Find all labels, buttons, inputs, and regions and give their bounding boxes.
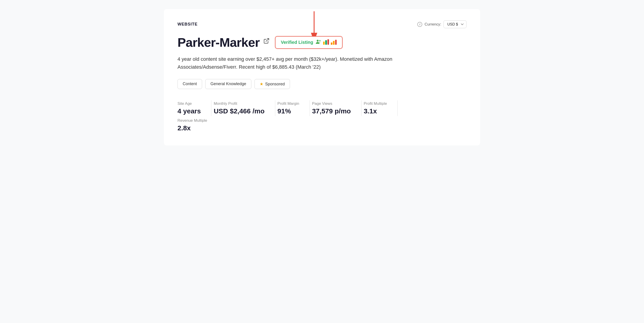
revenue-section: Revenue Multiple 2.8x xyxy=(178,118,466,132)
svg-rect-9 xyxy=(333,41,335,45)
tag-sponsored[interactable]: ★ Sponsored xyxy=(254,79,290,89)
metric-revenue-multiple: Revenue Multiple 2.8x xyxy=(178,118,466,132)
info-icon[interactable]: i xyxy=(417,22,422,27)
metric-site-age: Site Age 4 years xyxy=(178,102,209,115)
site-title: Parker-Marker xyxy=(178,35,260,50)
metric-page-views-value: 37,579 p/mo xyxy=(312,107,351,115)
tag-general-knowledge[interactable]: General Knowledge xyxy=(205,79,251,89)
analytics-icon xyxy=(323,39,329,46)
svg-rect-8 xyxy=(331,42,332,45)
metric-page-views: Page Views 37,579 p/mo xyxy=(312,102,359,115)
metric-monthly-profit-value: USD $2,466 /mo xyxy=(214,107,264,115)
metrics-row: Site Age 4 years Monthly Profit USD $2,4… xyxy=(178,100,466,116)
website-label: WEBSITE xyxy=(178,22,198,27)
svg-rect-10 xyxy=(335,40,337,45)
currency-label: Currency: xyxy=(424,22,441,27)
metric-site-age-label: Site Age xyxy=(178,102,201,106)
metric-profit-multiple: Profit Multiple 3.1x xyxy=(364,102,395,115)
metric-profit-multiple-value: 3.1x xyxy=(364,107,387,115)
verified-text: Verified Listing xyxy=(281,40,313,45)
svg-rect-6 xyxy=(326,40,327,45)
metric-page-views-label: Page Views xyxy=(312,102,351,106)
metric-revenue-multiple-value: 2.8x xyxy=(178,124,458,132)
svg-rect-5 xyxy=(323,42,325,45)
header-row: WEBSITE i Currency: USD $ EUR € GBP £ AU… xyxy=(178,20,466,28)
metric-profit-margin: Profit Margin 91% xyxy=(278,102,307,115)
svg-point-3 xyxy=(317,40,318,42)
metric-monthly-profit-label: Monthly Profit xyxy=(214,102,264,106)
currency-select[interactable]: USD $ EUR € GBP £ AUD $ xyxy=(444,20,466,28)
divider-4 xyxy=(361,100,362,116)
metric-profit-margin-label: Profit Margin xyxy=(278,102,299,106)
svg-line-0 xyxy=(266,38,269,41)
verified-badge-wrapper: Verified Listing xyxy=(275,36,342,49)
star-icon: ★ xyxy=(260,82,263,86)
main-content: WEBSITE i Currency: USD $ EUR € GBP £ AU… xyxy=(164,9,480,146)
metric-profit-margin-value: 91% xyxy=(278,107,299,115)
metric-site-age-value: 4 years xyxy=(178,107,201,115)
external-link-icon[interactable] xyxy=(263,38,270,46)
metric-profit-multiple-label: Profit Multiple xyxy=(364,102,387,106)
svg-point-4 xyxy=(319,40,321,41)
divider-2 xyxy=(275,100,275,116)
divider-5 xyxy=(398,100,398,116)
semrush-icon xyxy=(331,39,337,46)
people-icon xyxy=(316,39,321,46)
metric-monthly-profit: Monthly Profit USD $2,466 /mo xyxy=(214,102,272,115)
verified-badge: Verified Listing xyxy=(275,36,342,49)
tags-row: Content General Knowledge ★ Sponsored xyxy=(178,79,466,89)
currency-control: i Currency: USD $ EUR € GBP £ AUD $ xyxy=(417,20,466,28)
tag-content[interactable]: Content xyxy=(178,79,202,89)
divider-3 xyxy=(310,100,310,116)
badge-icons xyxy=(316,39,337,46)
metric-revenue-multiple-label: Revenue Multiple xyxy=(178,118,458,123)
site-description: 4 year old content site earning over $2,… xyxy=(178,55,426,71)
title-row: Parker-Marker Verified Listing xyxy=(178,35,466,50)
svg-rect-7 xyxy=(328,39,329,45)
